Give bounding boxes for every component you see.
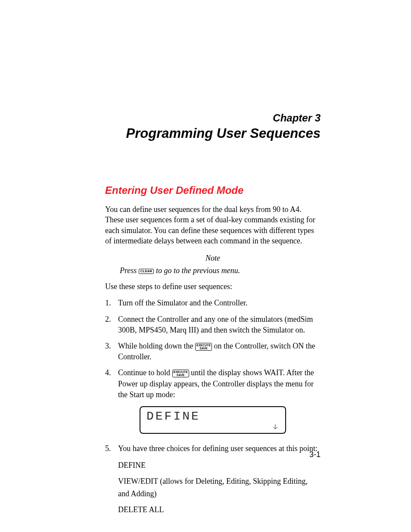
lcd-display-wrap: DEFINE	[105, 406, 321, 434]
step-number: 5.	[105, 443, 118, 454]
list-item: 5. You have three choices for defining u…	[105, 443, 321, 454]
lead-in: Use these steps to define user sequences…	[105, 281, 321, 292]
list-item: 4. Continue to hold EXECUTESAVE until th…	[105, 367, 321, 400]
list-item: 3. While holding down the EXECUTESAVE on…	[105, 341, 321, 362]
step-number: 3.	[105, 341, 118, 362]
lcd-display: DEFINE	[140, 406, 286, 434]
step-text: You have three choices for defining user…	[118, 443, 321, 454]
document-page: Chapter 3 Programming User Sequences Ent…	[0, 0, 411, 532]
clear-key-icon: CLEAR	[139, 269, 154, 274]
svg-point-4	[277, 427, 277, 428]
svg-point-3	[274, 427, 274, 428]
step3-pre: While holding down the	[118, 342, 195, 350]
choice-item: VIEW/EDIT (allows for Deleting, Editing,…	[118, 475, 321, 500]
list-item: 2. Connect the Controller and any one of…	[105, 314, 321, 336]
steps-list: 1. Turn off the Simulator and the Contro…	[105, 298, 321, 400]
step-text: Connect the Controller and any one of th…	[118, 314, 321, 336]
page-number: 3-1	[309, 450, 321, 459]
section-heading: Entering User Defined Mode	[105, 184, 321, 196]
step-number: 1.	[105, 298, 118, 308]
down-arrow-icon	[272, 423, 278, 430]
list-item: 1. Turn off the Simulator and the Contro…	[105, 298, 321, 308]
chapter-title: Programming User Sequences	[105, 126, 321, 141]
intro-paragraph: You can define user sequences for the du…	[105, 204, 321, 246]
execute-save-key-icon: EXECUTESAVE	[195, 343, 212, 351]
steps-list-cont: 5. You have three choices for defining u…	[105, 443, 321, 454]
execute-save-key-icon: EXECUTESAVE	[172, 370, 189, 377]
choice-item: DELETE ALL	[118, 504, 321, 516]
note-line: Press CLEAR to go to the previous menu.	[120, 266, 321, 275]
step4-pre: Continue to hold	[118, 368, 172, 377]
choices-block: DEFINE VIEW/EDIT (allows for Deleting, E…	[118, 459, 321, 516]
step-text: Continue to hold EXECUTESAVE until the d…	[118, 367, 321, 400]
note-press: Press	[120, 266, 139, 275]
step-text: While holding down the EXECUTESAVE on th…	[118, 341, 321, 362]
step-number: 2.	[105, 314, 118, 336]
note-label: Note	[105, 254, 321, 263]
lcd-text: DEFINE	[146, 410, 279, 423]
chapter-label: Chapter 3	[105, 112, 321, 124]
step-text: Turn off the Simulator and the Controlle…	[118, 298, 321, 308]
note-rest: to go to the previous menu.	[154, 266, 240, 275]
step-number: 4.	[105, 367, 118, 400]
choice-item: DEFINE	[118, 459, 321, 472]
